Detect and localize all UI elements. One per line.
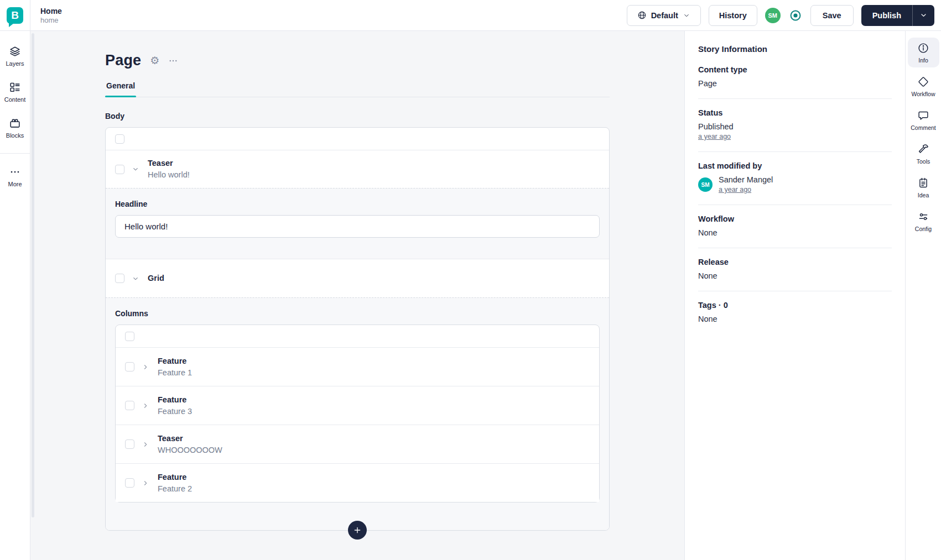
add-block-button[interactable] — [348, 521, 367, 540]
rail-item-tools[interactable]: Tools — [908, 139, 939, 169]
select-all-checkbox[interactable] — [125, 332, 134, 341]
gear-icon: ⚙ — [150, 55, 159, 66]
block-subtitle: WHOOOOOOOW — [158, 444, 222, 456]
status-time-link[interactable]: a year ago — [698, 133, 731, 140]
chevron-right-icon — [142, 363, 149, 371]
block-type: Teaser — [148, 158, 190, 169]
release-value: None — [698, 271, 892, 280]
sidebar-item-content[interactable]: Content — [0, 81, 30, 103]
block-type: Feature — [158, 355, 192, 367]
sidebar-item-layers[interactable]: Layers — [0, 45, 30, 67]
expand-toggle[interactable] — [142, 402, 149, 410]
rail-item-config[interactable]: Config — [908, 206, 939, 236]
rail-item-comment[interactable]: Comment — [908, 105, 939, 135]
modifier-avatar: SM — [698, 177, 713, 192]
grid-expanded-section: Columns — [106, 297, 609, 530]
chevron-right-icon — [142, 402, 149, 410]
blocks-icon — [9, 117, 21, 129]
block-checkbox[interactable] — [115, 165, 124, 174]
app-window: B Layers Content Blocks More Home home — [0, 0, 941, 560]
teaser-expanded-section: Headline — [106, 188, 609, 259]
expand-toggle[interactable] — [142, 479, 149, 487]
block-checkbox[interactable] — [125, 439, 134, 449]
modified-time-link[interactable]: a year ago — [719, 186, 751, 193]
chevron-right-icon — [142, 479, 149, 487]
plus-icon — [353, 526, 362, 535]
block-type: Grid — [148, 273, 164, 284]
block-row-teaser[interactable]: Teaser Hello world! — [106, 150, 609, 188]
content-type-section: Content type Page — [698, 54, 892, 99]
tab-general[interactable]: General — [105, 81, 136, 97]
info-icon — [917, 42, 929, 54]
page-options-button[interactable] — [168, 56, 178, 66]
block-checkbox[interactable] — [125, 362, 134, 371]
language-selector[interactable]: Default — [627, 5, 701, 26]
expand-toggle[interactable] — [142, 441, 149, 448]
collapse-toggle[interactable] — [132, 165, 139, 173]
block-subtitle: Feature 1 — [158, 367, 192, 379]
release-section: Release None — [698, 248, 892, 291]
block-type: Feature — [158, 472, 192, 483]
block-subtitle: Feature 2 — [158, 483, 192, 495]
sidebar-divider — [0, 153, 30, 154]
chevron-down-icon — [132, 275, 139, 282]
headline-field-label: Headline — [115, 200, 600, 208]
idea-icon — [917, 177, 929, 189]
block-row-feature-2[interactable]: Feature Feature 2 — [116, 463, 599, 502]
block-subtitle: Hello world! — [148, 169, 190, 181]
block-checkbox[interactable] — [125, 478, 134, 488]
body-blocks-card: Teaser Hello world! Headline — [105, 127, 610, 531]
status-section: Status Published a year ago — [698, 99, 892, 152]
tags-section: Tags · 0 None — [698, 291, 892, 334]
page-title: Page — [105, 52, 141, 69]
editor-canvas: Page ⚙ General Body — [30, 31, 684, 560]
storyblok-logo[interactable]: B — [0, 0, 30, 31]
preview-toggle-icon[interactable] — [788, 8, 803, 23]
columns-blocks-card: Feature Feature 1 — [115, 325, 600, 503]
history-button[interactable]: History — [709, 5, 757, 26]
layers-icon — [9, 45, 21, 57]
rail-item-idea[interactable]: Idea — [908, 172, 939, 202]
workflow-value: None — [698, 228, 892, 237]
content-icon — [9, 81, 21, 93]
comment-icon — [917, 109, 929, 122]
sidebar-item-label: Layers — [6, 60, 24, 67]
block-row-teaser-whoow[interactable]: Teaser WHOOOOOOOW — [116, 425, 599, 463]
settings-gear-button[interactable]: ⚙ — [150, 55, 159, 66]
select-all-checkbox[interactable] — [115, 134, 124, 144]
headline-input[interactable] — [115, 215, 600, 238]
panel-title: Story Information — [698, 44, 892, 54]
select-all-row — [106, 128, 609, 150]
block-row-feature-3[interactable]: Feature Feature 3 — [116, 386, 599, 425]
sidebar-item-blocks[interactable]: Blocks — [0, 117, 30, 139]
rail-item-workflow[interactable]: Workflow — [908, 71, 939, 101]
breadcrumb[interactable]: Home home — [40, 6, 62, 25]
left-sidebar: B Layers Content Blocks More — [0, 0, 30, 560]
more-icon — [9, 166, 21, 178]
vertical-scrollbar[interactable] — [32, 33, 34, 517]
last-modified-section: Last modified by SM Sander Mangel a year… — [698, 152, 892, 205]
block-checkbox[interactable] — [115, 274, 124, 283]
tools-icon — [917, 143, 929, 155]
workflow-section: Workflow None — [698, 205, 892, 248]
workflow-icon — [917, 76, 929, 88]
user-avatar[interactable]: SM — [765, 8, 781, 23]
status-value: Published — [698, 122, 892, 131]
expand-toggle[interactable] — [142, 363, 149, 371]
block-row-grid[interactable]: Grid — [106, 259, 609, 297]
top-bar: Home home Default History SM — [30, 0, 941, 31]
publish-button[interactable]: Publish — [861, 5, 912, 26]
block-row-feature-1[interactable]: Feature Feature 1 — [116, 347, 599, 386]
publish-dropdown-button[interactable] — [912, 5, 934, 26]
right-icon-rail: Info Workflow Comment Tools Idea — [905, 31, 941, 560]
sidebar-item-more[interactable]: More — [0, 166, 30, 187]
globe-icon — [637, 11, 647, 20]
collapse-toggle[interactable] — [132, 275, 139, 282]
breadcrumb-title: Home — [40, 6, 62, 16]
chevron-down-icon — [919, 11, 928, 19]
rail-item-info[interactable]: Info — [908, 38, 939, 67]
save-button[interactable]: Save — [810, 5, 854, 26]
story-information-panel: Story Information Content type Page Stat… — [684, 31, 905, 560]
columns-field-label: Columns — [115, 309, 600, 318]
block-checkbox[interactable] — [125, 401, 134, 410]
